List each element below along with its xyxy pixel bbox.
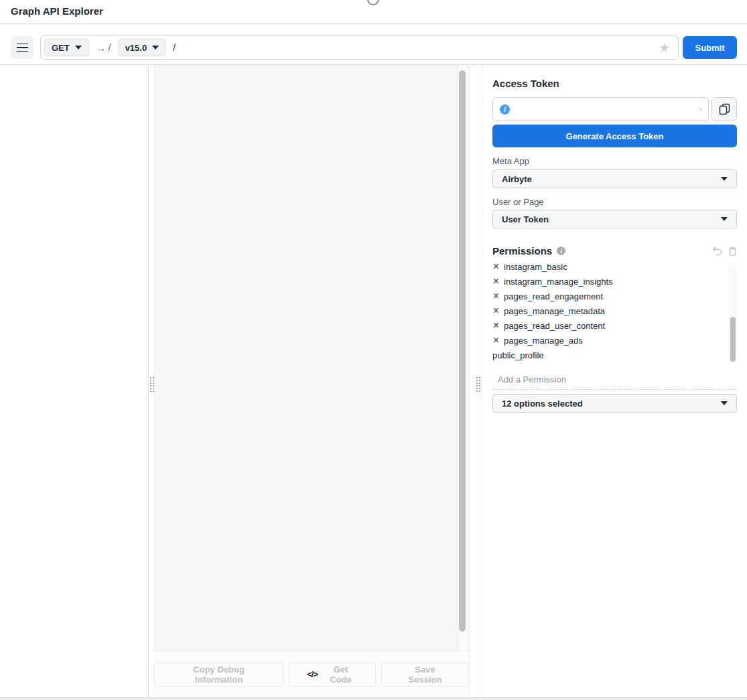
chevron-down-icon <box>721 401 728 405</box>
request-field[interactable]: GET → / v15.0 / ★ <box>40 36 679 60</box>
permission-item: × pages_read_user_content <box>492 318 737 333</box>
arrow-separator: → <box>96 42 106 54</box>
chevron-down-icon <box>152 46 159 50</box>
version-dropdown[interactable]: v15.0 <box>118 39 167 56</box>
app-header: Graph API Explorer <box>0 0 747 24</box>
remove-permission-icon[interactable]: × <box>492 261 500 272</box>
remove-permission-icon[interactable]: × <box>492 291 500 301</box>
permissions-list: × instagram_basic × instagram_manage_ins… <box>492 261 737 362</box>
meta-app-value: Airbyte <box>502 174 532 184</box>
method-label: GET <box>52 43 70 53</box>
permissions-title: Permissions <box>492 245 552 257</box>
menu-button[interactable] <box>11 36 33 59</box>
copy-debug-label: Copy Debug Information <box>172 664 265 685</box>
version-label: v15.0 <box>125 43 147 53</box>
add-permission-field <box>492 370 737 390</box>
remove-permission-icon[interactable]: × <box>492 335 500 346</box>
copy-icon <box>719 103 730 115</box>
trash-icon[interactable] <box>728 247 737 256</box>
permission-item: × pages_manage_ads <box>492 333 737 348</box>
permission-item: public_profile <box>492 348 737 362</box>
permission-item: × pages_manage_metadata <box>492 303 737 318</box>
permission-label: public_profile <box>492 350 544 360</box>
token-cursor-dot <box>700 109 701 110</box>
save-session-label: Save Session <box>399 664 451 685</box>
user-or-page-select[interactable]: User Token <box>492 210 737 228</box>
request-toolbar: GET → / v15.0 / ★ Submit <box>0 25 747 65</box>
access-token-title: Access Token <box>492 78 737 89</box>
user-or-page-value: User Token <box>502 214 549 224</box>
permission-label: pages_read_engagement <box>504 291 603 301</box>
search-icon[interactable] <box>366 0 382 6</box>
permission-label: instagram_manage_insights <box>504 277 613 287</box>
root-slash: / <box>109 42 111 53</box>
page-title: Graph API Explorer <box>11 5 103 17</box>
code-icon: </> <box>307 669 318 679</box>
permission-item: × pages_read_engagement <box>492 289 737 303</box>
permissions-scrollbar-track[interactable] <box>729 265 737 362</box>
access-token-input[interactable] <box>515 104 700 115</box>
permissions-header: Permissions i <box>492 245 737 257</box>
user-or-page-label: User or Page <box>492 197 737 207</box>
permission-item: × instagram_manage_insights <box>492 274 737 289</box>
undo-icon[interactable] <box>712 247 722 256</box>
permissions-summary-select[interactable]: 12 options selected <box>492 394 737 413</box>
method-dropdown[interactable]: GET <box>44 39 89 56</box>
permission-label: instagram_basic <box>504 262 567 272</box>
permission-label: pages_manage_metadata <box>504 306 605 316</box>
info-icon[interactable]: i <box>500 104 510 115</box>
permissions-scrollbar-thumb[interactable] <box>730 317 736 362</box>
remove-permission-icon[interactable]: × <box>492 305 500 316</box>
left-sidebar <box>0 65 149 697</box>
response-scrollbar-thumb[interactable] <box>459 70 466 632</box>
permissions-summary-value: 12 options selected <box>502 399 583 409</box>
remove-permission-icon[interactable]: × <box>492 276 500 287</box>
chevron-down-icon <box>721 217 728 221</box>
generate-access-token-button[interactable]: Generate Access Token <box>492 125 737 147</box>
save-session-button[interactable]: Save Session <box>381 662 469 687</box>
meta-app-select[interactable]: Airbyte <box>492 169 737 188</box>
permission-label: pages_read_user_content <box>504 321 605 331</box>
submit-button[interactable]: Submit <box>683 36 737 59</box>
graph-api-explorer-page: Graph API Explorer GET → / v15.0 / ★ Sub… <box>0 0 747 700</box>
copy-token-button[interactable] <box>711 97 737 121</box>
response-panel: Copy Debug Information </> Get Code Save… <box>154 65 469 697</box>
get-code-label: Get Code <box>324 664 358 685</box>
info-icon[interactable]: i <box>557 247 565 255</box>
copy-debug-button[interactable]: Copy Debug Information <box>154 662 283 687</box>
permission-label: pages_manage_ads <box>504 336 583 346</box>
get-code-button[interactable]: </> Get Code <box>289 662 376 687</box>
add-permission-input[interactable] <box>492 374 737 384</box>
chevron-down-icon <box>75 46 82 50</box>
token-panel: Access Token i Generate Access Token Met… <box>482 65 747 697</box>
hamburger-icon <box>17 44 28 52</box>
remove-permission-icon[interactable]: × <box>492 320 500 331</box>
meta-app-label: Meta App <box>492 156 737 166</box>
access-token-field[interactable]: i <box>492 97 709 121</box>
bottom-edge <box>0 697 747 700</box>
response-viewer[interactable] <box>154 65 469 650</box>
permission-item: × instagram_basic <box>492 261 737 274</box>
chevron-down-icon <box>721 177 728 181</box>
right-resize-handle[interactable] <box>476 376 481 393</box>
response-scrollbar-track[interactable] <box>458 65 467 650</box>
request-path-input[interactable]: / <box>173 42 176 53</box>
bookmark-star-icon[interactable]: ★ <box>659 42 670 54</box>
response-footer: Copy Debug Information </> Get Code Save… <box>154 650 469 697</box>
